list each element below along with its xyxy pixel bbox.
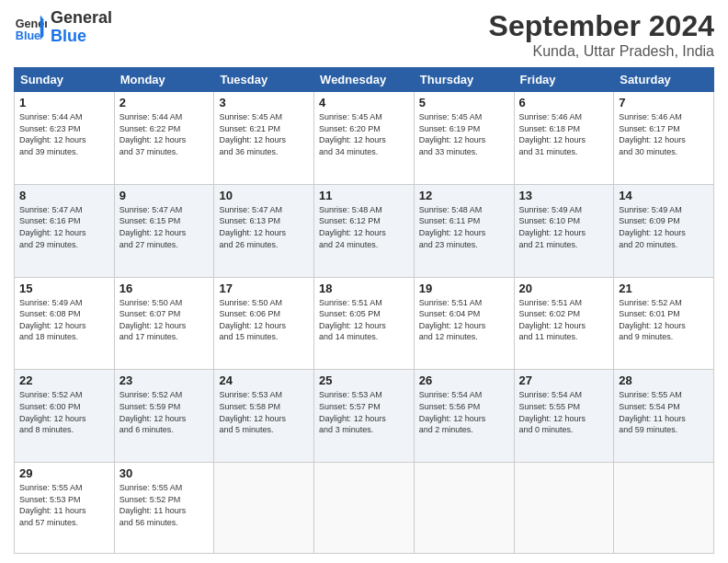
table-row: 27Sunrise: 5:54 AM Sunset: 5:55 PM Dayli… [514,370,614,463]
svg-text:Blue: Blue [16,29,40,41]
day-number: 17 [219,282,309,295]
table-row [314,463,415,554]
table-row: 4Sunrise: 5:45 AM Sunset: 6:20 PM Daylig… [314,92,415,185]
header-friday: Friday [514,68,614,92]
day-info: Sunrise: 5:49 AM Sunset: 6:10 PM Dayligh… [519,204,609,250]
title-block: September 2024 Kunda, Uttar Pradesh, Ind… [489,9,714,60]
day-info: Sunrise: 5:45 AM Sunset: 6:21 PM Dayligh… [219,111,309,157]
day-number: 19 [419,282,509,295]
table-row: 19Sunrise: 5:51 AM Sunset: 6:04 PM Dayli… [414,277,514,370]
day-info: Sunrise: 5:55 AM Sunset: 5:54 PM Dayligh… [619,389,709,435]
day-number: 4 [319,96,409,109]
day-number: 28 [619,373,709,387]
table-row: 10Sunrise: 5:47 AM Sunset: 6:13 PM Dayli… [214,184,314,277]
logo-text: General Blue [51,9,112,46]
day-info: Sunrise: 5:46 AM Sunset: 6:18 PM Dayligh… [519,111,609,157]
day-info: Sunrise: 5:47 AM Sunset: 6:15 PM Dayligh… [119,204,210,250]
day-number: 9 [119,189,210,202]
day-info: Sunrise: 5:48 AM Sunset: 6:12 PM Dayligh… [319,204,409,250]
day-number: 16 [119,282,210,295]
day-info: Sunrise: 5:52 AM Sunset: 6:00 PM Dayligh… [19,389,109,435]
header: General Blue General Blue September 2024… [14,9,714,60]
table-row: 5Sunrise: 5:45 AM Sunset: 6:19 PM Daylig… [414,92,514,185]
header-tuesday: Tuesday [214,68,314,92]
table-row [214,463,314,554]
day-number: 10 [219,189,309,202]
day-number: 11 [319,189,409,202]
table-row: 18Sunrise: 5:51 AM Sunset: 6:05 PM Dayli… [314,277,415,370]
day-number: 14 [619,189,709,202]
day-number: 7 [619,96,709,109]
day-number: 12 [419,189,509,202]
day-number: 13 [519,189,609,202]
day-info: Sunrise: 5:47 AM Sunset: 6:13 PM Dayligh… [219,204,309,250]
table-row: 2Sunrise: 5:44 AM Sunset: 6:22 PM Daylig… [114,92,214,185]
day-info: Sunrise: 5:51 AM Sunset: 6:05 PM Dayligh… [319,297,409,343]
day-number: 29 [19,466,109,480]
table-row: 3Sunrise: 5:45 AM Sunset: 6:21 PM Daylig… [214,92,314,185]
logo-icon: General Blue [14,11,47,44]
logo: General Blue General Blue [14,9,112,46]
weekday-header-row: Sunday Monday Tuesday Wednesday Thursday… [15,68,714,92]
table-row: 15Sunrise: 5:49 AM Sunset: 6:08 PM Dayli… [15,277,115,370]
table-row: 7Sunrise: 5:46 AM Sunset: 6:17 PM Daylig… [614,92,714,185]
header-monday: Monday [114,68,214,92]
day-number: 23 [119,373,210,387]
day-number: 1 [19,96,109,109]
day-info: Sunrise: 5:45 AM Sunset: 6:19 PM Dayligh… [419,111,509,157]
table-row: 20Sunrise: 5:51 AM Sunset: 6:02 PM Dayli… [514,277,614,370]
page: General Blue General Blue September 2024… [0,0,728,563]
day-info: Sunrise: 5:55 AM Sunset: 5:53 PM Dayligh… [19,482,109,528]
day-info: Sunrise: 5:44 AM Sunset: 6:22 PM Dayligh… [119,111,210,157]
table-row: 6Sunrise: 5:46 AM Sunset: 6:18 PM Daylig… [514,92,614,185]
day-info: Sunrise: 5:52 AM Sunset: 5:59 PM Dayligh… [119,389,210,435]
header-thursday: Thursday [414,68,514,92]
day-info: Sunrise: 5:50 AM Sunset: 6:06 PM Dayligh… [219,297,309,343]
table-row: 30Sunrise: 5:55 AM Sunset: 5:52 PM Dayli… [114,463,214,554]
day-number: 5 [419,96,509,109]
table-row [614,463,714,554]
day-info: Sunrise: 5:51 AM Sunset: 6:02 PM Dayligh… [519,297,609,343]
day-number: 26 [419,373,509,387]
table-row [414,463,514,554]
day-info: Sunrise: 5:49 AM Sunset: 6:08 PM Dayligh… [19,297,109,343]
location-subtitle: Kunda, Uttar Pradesh, India [489,43,714,60]
header-wednesday: Wednesday [314,68,415,92]
table-row: 14Sunrise: 5:49 AM Sunset: 6:09 PM Dayli… [614,184,714,277]
day-number: 24 [219,373,309,387]
day-info: Sunrise: 5:49 AM Sunset: 6:09 PM Dayligh… [619,204,709,250]
header-sunday: Sunday [15,68,115,92]
day-number: 6 [519,96,609,109]
day-number: 8 [19,189,109,202]
table-row: 17Sunrise: 5:50 AM Sunset: 6:06 PM Dayli… [214,277,314,370]
day-info: Sunrise: 5:48 AM Sunset: 6:11 PM Dayligh… [419,204,509,250]
day-info: Sunrise: 5:44 AM Sunset: 6:23 PM Dayligh… [19,111,109,157]
table-row: 12Sunrise: 5:48 AM Sunset: 6:11 PM Dayli… [414,184,514,277]
day-info: Sunrise: 5:53 AM Sunset: 5:57 PM Dayligh… [319,389,409,435]
day-info: Sunrise: 5:52 AM Sunset: 6:01 PM Dayligh… [619,297,709,343]
table-row: 21Sunrise: 5:52 AM Sunset: 6:01 PM Dayli… [614,277,714,370]
table-row: 23Sunrise: 5:52 AM Sunset: 5:59 PM Dayli… [114,370,214,463]
table-row [514,463,614,554]
table-row: 13Sunrise: 5:49 AM Sunset: 6:10 PM Dayli… [514,184,614,277]
table-row: 29Sunrise: 5:55 AM Sunset: 5:53 PM Dayli… [15,463,115,554]
day-info: Sunrise: 5:54 AM Sunset: 5:55 PM Dayligh… [519,389,609,435]
day-number: 25 [319,373,409,387]
day-info: Sunrise: 5:51 AM Sunset: 6:04 PM Dayligh… [419,297,509,343]
day-number: 27 [519,373,609,387]
day-number: 2 [119,96,210,109]
header-saturday: Saturday [614,68,714,92]
day-number: 18 [319,282,409,295]
table-row: 1Sunrise: 5:44 AM Sunset: 6:23 PM Daylig… [15,92,115,185]
table-row: 26Sunrise: 5:54 AM Sunset: 5:56 PM Dayli… [414,370,514,463]
table-row: 25Sunrise: 5:53 AM Sunset: 5:57 PM Dayli… [314,370,415,463]
day-number: 3 [219,96,309,109]
day-number: 30 [119,466,210,480]
table-row: 11Sunrise: 5:48 AM Sunset: 6:12 PM Dayli… [314,184,415,277]
table-row: 9Sunrise: 5:47 AM Sunset: 6:15 PM Daylig… [114,184,214,277]
table-row: 24Sunrise: 5:53 AM Sunset: 5:58 PM Dayli… [214,370,314,463]
day-info: Sunrise: 5:54 AM Sunset: 5:56 PM Dayligh… [419,389,509,435]
day-info: Sunrise: 5:46 AM Sunset: 6:17 PM Dayligh… [619,111,709,157]
calendar-table: Sunday Monday Tuesday Wednesday Thursday… [14,67,714,554]
day-info: Sunrise: 5:47 AM Sunset: 6:16 PM Dayligh… [19,204,109,250]
